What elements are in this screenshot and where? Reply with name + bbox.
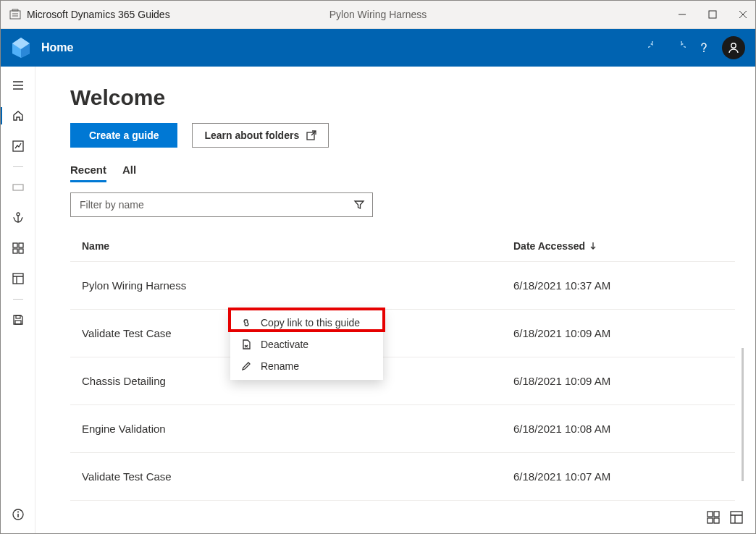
nav-grid[interactable] <box>4 237 33 260</box>
minimize-button[interactable] <box>677 10 687 19</box>
svg-rect-9 <box>13 249 17 253</box>
nav-card[interactable] <box>4 176 33 199</box>
cell-date: 6/18/2021 10:37 AM <box>513 279 723 292</box>
svg-rect-11 <box>13 274 23 284</box>
svg-point-2 <box>703 51 705 52</box>
sort-down-icon <box>589 242 597 250</box>
ctx-item-label: Copy link to this guide <box>261 317 360 329</box>
col-header-name[interactable]: Name <box>82 240 513 252</box>
grid-row[interactable]: Chassis Detailing 6/18/2021 10:09 AM <box>70 357 735 405</box>
cell-date: 6/18/2021 10:09 AM <box>513 375 723 387</box>
view-grid-button[interactable] <box>706 510 721 525</box>
tabs: Recent All <box>70 164 735 182</box>
tab-recent[interactable]: Recent <box>70 164 106 182</box>
svg-rect-17 <box>707 512 713 517</box>
filter-icon[interactable] <box>353 199 365 211</box>
tab-all[interactable]: All <box>122 164 136 182</box>
learn-folders-button[interactable]: Learn about folders <box>192 123 329 148</box>
nav-separator <box>13 299 23 300</box>
view-details-button[interactable] <box>729 510 744 525</box>
svg-rect-18 <box>714 512 719 517</box>
external-link-icon <box>306 130 316 140</box>
sidebar <box>1 67 35 533</box>
grid-row[interactable]: Engine Validation 6/18/2021 10:08 AM <box>70 405 735 453</box>
cell-name: Pylon Wiring Harness <box>82 279 513 292</box>
ctx-copy-link[interactable]: Copy link to this guide <box>230 312 383 334</box>
create-guide-button[interactable]: Create a guide <box>70 123 177 148</box>
filter-box[interactable] <box>70 192 373 217</box>
nav-separator <box>13 166 23 167</box>
svg-rect-5 <box>13 185 23 190</box>
guides-grid: Name Date Accessed Pylon Wiring Harness … <box>70 230 735 501</box>
nav-home[interactable] <box>4 104 33 127</box>
col-header-date[interactable]: Date Accessed <box>513 240 723 252</box>
app-icon <box>9 9 21 20</box>
command-bar: Home <box>1 29 755 67</box>
page-title: Home <box>41 41 73 54</box>
ctx-rename[interactable]: Rename <box>230 355 383 377</box>
main-content: Welcome Create a guide Learn about folde… <box>35 67 755 533</box>
close-button[interactable] <box>738 10 748 19</box>
svg-rect-1 <box>709 11 716 18</box>
svg-point-3 <box>731 43 736 48</box>
filter-input[interactable] <box>80 199 353 211</box>
svg-point-6 <box>17 213 20 216</box>
cell-name: Engine Validation <box>82 423 513 435</box>
svg-rect-21 <box>731 512 742 523</box>
ctx-deactivate[interactable]: Deactivate <box>230 334 383 355</box>
ctx-item-label: Deactivate <box>261 339 308 350</box>
svg-rect-20 <box>714 518 719 523</box>
help-button[interactable] <box>697 41 710 54</box>
nav-info[interactable] <box>4 503 33 526</box>
nav-menu-button[interactable] <box>4 74 33 97</box>
nav-save[interactable] <box>4 308 33 331</box>
cell-name: Validate Test Case <box>82 470 513 483</box>
svg-rect-8 <box>19 243 23 247</box>
redo-button[interactable] <box>673 41 686 54</box>
ctx-item-label: Rename <box>261 360 299 372</box>
grid-row[interactable]: Validate Test Case 6/18/2021 10:07 AM <box>70 453 735 501</box>
link-icon <box>240 317 252 329</box>
svg-rect-10 <box>19 249 23 253</box>
grid-row[interactable]: Pylon Wiring Harness 6/18/2021 10:37 AM <box>70 262 735 310</box>
welcome-heading: Welcome <box>70 85 735 110</box>
nav-layout[interactable] <box>4 267 33 290</box>
undo-button[interactable] <box>648 41 661 54</box>
app-name: Microsoft Dynamics 365 Guides <box>27 9 170 20</box>
grid-header: Name Date Accessed <box>70 230 735 262</box>
svg-rect-13 <box>15 321 21 324</box>
product-logo-icon <box>8 35 34 61</box>
cell-date: 6/18/2021 10:09 AM <box>513 327 723 339</box>
svg-rect-19 <box>707 518 713 523</box>
nav-anchor[interactable] <box>4 206 33 229</box>
svg-rect-0 <box>10 11 20 19</box>
rename-icon <box>240 360 252 372</box>
nav-analytics[interactable] <box>4 135 33 158</box>
cell-date: 6/18/2021 10:08 AM <box>513 423 723 435</box>
title-bar: Microsoft Dynamics 365 Guides Pylon Wiri… <box>1 1 755 29</box>
deactivate-icon <box>240 339 252 350</box>
grid-row[interactable]: Validate Test Case 6/18/2021 10:09 AM <box>70 310 735 357</box>
svg-rect-7 <box>13 243 17 247</box>
account-avatar[interactable] <box>722 36 745 59</box>
context-menu: Copy link to this guide Deactivate Renam… <box>230 309 383 380</box>
maximize-button[interactable] <box>707 10 718 19</box>
svg-point-15 <box>17 512 19 513</box>
scroll-indicator[interactable] <box>742 348 744 481</box>
learn-folders-label: Learn about folders <box>204 130 299 141</box>
document-name: Pylon Wiring Harness <box>329 9 427 20</box>
cell-date: 6/18/2021 10:07 AM <box>513 470 723 483</box>
